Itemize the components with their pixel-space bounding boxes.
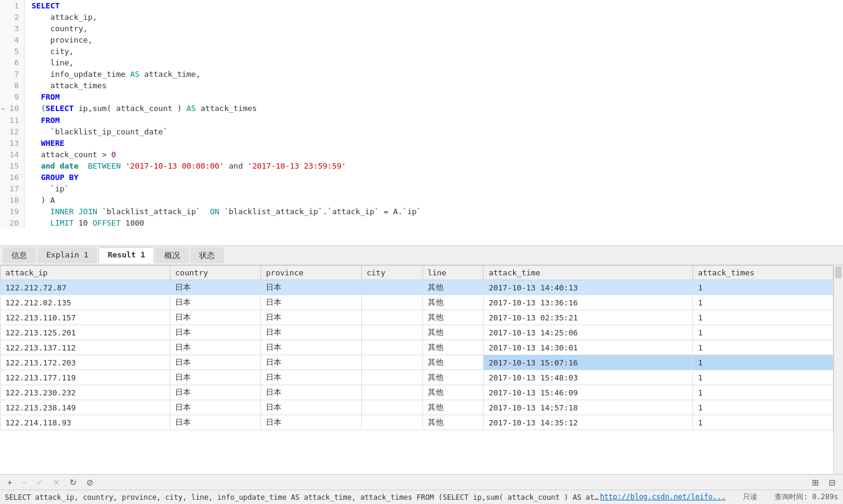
table-row[interactable]: 122.213.110.157日本日本其他2017-10-13 02:35:21… <box>1 310 833 325</box>
collapse-button[interactable]: − <box>1 106 5 112</box>
cell-city <box>361 340 422 355</box>
code-line: 15 and date BETWEEN '2017-10-13 00:00:00… <box>0 160 843 172</box>
cell-attack_time: 2017-10-13 02:35:21 <box>484 310 693 325</box>
code-content: province, <box>24 34 843 46</box>
form-view-button[interactable]: ⊟ <box>826 477 838 488</box>
cell-attack_ip: 122.213.177.119 <box>1 370 170 385</box>
stop-button[interactable]: ⊘ <box>84 477 96 488</box>
sql-editor[interactable]: 1SELECT2 attack_ip,3 country,4 province,… <box>0 0 843 246</box>
cell-country: 日本 <box>170 370 261 385</box>
code-content: city, <box>24 46 843 57</box>
cell-attack_time: 2017-10-13 14:40:13 <box>484 280 693 295</box>
status-readonly: 只读 <box>743 493 757 501</box>
code-line: 9 FROM <box>0 91 843 103</box>
code-line: 11 FROM <box>0 115 843 126</box>
table-row[interactable]: 122.212.82.135日本日本其他2017-10-13 13:36:161 <box>1 295 833 310</box>
status-sql-preview: SELECT attack_ip, country, province, cit… <box>5 493 600 502</box>
cell-line: 其他 <box>422 385 484 400</box>
column-header-country[interactable]: country <box>170 266 261 280</box>
line-number: 8 <box>0 80 24 91</box>
cell-attack_times: 1 <box>693 415 833 430</box>
add-row-button[interactable]: + <box>5 477 14 488</box>
table-row[interactable]: 122.213.230.232日本日本其他2017-10-13 15:46:09… <box>1 385 833 400</box>
status-link[interactable]: http://blog.csdn.net/leifo... <box>600 493 726 501</box>
cell-city <box>361 325 422 340</box>
cell-attack_ip: 122.212.72.87 <box>1 280 170 295</box>
cell-attack_ip: 122.213.125.201 <box>1 325 170 340</box>
table-row[interactable]: 122.212.72.87日本日本其他2017-10-13 14:40:131 <box>1 280 833 295</box>
cell-province: 日本 <box>261 385 362 400</box>
cell-country: 日本 <box>170 295 261 310</box>
code-line: − 10 (SELECT ip,sum( attack_count ) AS a… <box>0 103 843 115</box>
cell-attack_time: 2017-10-13 14:35:12 <box>484 415 693 430</box>
cell-province: 日本 <box>261 295 362 310</box>
code-line: 12 `blacklist_ip_count_date` <box>0 126 843 137</box>
tab-状态[interactable]: 状态 <box>190 247 224 263</box>
refresh-button[interactable]: ↻ <box>67 477 79 488</box>
grid-view-button[interactable]: ⊞ <box>809 477 821 488</box>
table-row[interactable]: 122.213.238.149日本日本其他2017-10-13 14:57:18… <box>1 400 833 415</box>
code-content: attack_ip, <box>24 11 843 23</box>
table-row[interactable]: 122.213.125.201日本日本其他2017-10-13 14:25:06… <box>1 325 833 340</box>
cell-attack_time: 2017-10-13 14:25:06 <box>484 325 693 340</box>
cell-province: 日本 <box>261 415 362 430</box>
code-content: info_update_time AS attack_time, <box>24 68 843 80</box>
cell-attack_ip: 122.213.172.203 <box>1 355 170 370</box>
table-row[interactable]: 122.213.172.203日本日本其他2017-10-13 15:07:16… <box>1 355 833 370</box>
line-number: 19 <box>0 206 24 217</box>
status-query-time: 查询时间: 0.289s <box>775 493 838 501</box>
cell-attack_time: 2017-10-13 15:46:09 <box>484 385 693 400</box>
column-header-attack_time[interactable]: attack_time <box>484 266 693 280</box>
cell-line: 其他 <box>422 310 484 325</box>
remove-row-button: − <box>19 477 29 488</box>
scrollbar-right[interactable] <box>833 265 843 474</box>
code-line: 16 GROUP BY <box>0 172 843 183</box>
cell-line: 其他 <box>422 370 484 385</box>
results-scroll[interactable]: attack_ipcountryprovincecitylineattack_t… <box>0 265 833 474</box>
cell-attack_times: 1 <box>693 400 833 415</box>
cell-city <box>361 355 422 370</box>
line-number: 9 <box>0 91 24 103</box>
cell-attack_ip: 122.213.230.232 <box>1 385 170 400</box>
tabs-bar: 信息Explain 1Result 1概况状态 <box>0 246 843 265</box>
column-header-province[interactable]: province <box>261 266 362 280</box>
line-number: 12 <box>0 126 24 137</box>
cell-province: 日本 <box>261 400 362 415</box>
column-header-attack_ip[interactable]: attack_ip <box>1 266 170 280</box>
cell-city <box>361 310 422 325</box>
code-content: attack_times <box>24 80 843 91</box>
cell-attack_ip: 122.214.118.93 <box>1 415 170 430</box>
cell-attack_ip: 122.213.137.112 <box>1 340 170 355</box>
cell-country: 日本 <box>170 385 261 400</box>
line-number: 5 <box>0 46 24 57</box>
code-line: 4 province, <box>0 34 843 46</box>
tab-result-1[interactable]: Result 1 <box>98 247 154 263</box>
code-line: 6 line, <box>0 57 843 68</box>
table-row[interactable]: 122.213.137.112日本日本其他2017-10-13 14:30:01… <box>1 340 833 355</box>
cell-attack_time: 2017-10-13 14:57:18 <box>484 400 693 415</box>
cell-attack_times: 1 <box>693 325 833 340</box>
tab-explain-1[interactable]: Explain 1 <box>37 247 97 263</box>
cell-attack_time: 2017-10-13 15:48:03 <box>484 370 693 385</box>
confirm-button: ✓ <box>34 477 46 488</box>
code-content: attack_count > 0 <box>24 149 843 160</box>
cell-attack_ip: 122.212.82.135 <box>1 295 170 310</box>
code-line: 13 WHERE <box>0 137 843 149</box>
line-number: 3 <box>0 23 24 34</box>
status-right: http://blog.csdn.net/leifo... 只读 查询时间: 0… <box>600 492 838 502</box>
cell-country: 日本 <box>170 415 261 430</box>
cell-city <box>361 295 422 310</box>
cell-city <box>361 415 422 430</box>
column-header-line[interactable]: line <box>422 266 484 280</box>
cell-attack_times: 1 <box>693 340 833 355</box>
table-row[interactable]: 122.214.118.93日本日本其他2017-10-13 14:35:121 <box>1 415 833 430</box>
code-line: 8 attack_times <box>0 80 843 91</box>
code-line: 18 ) A <box>0 194 843 206</box>
column-header-city[interactable]: city <box>361 266 422 280</box>
column-header-attack_times[interactable]: attack_times <box>693 266 833 280</box>
line-number: 7 <box>0 68 24 80</box>
tab-信息[interactable]: 信息 <box>2 247 36 263</box>
tab-概况[interactable]: 概况 <box>155 247 189 263</box>
cell-attack_times: 1 <box>693 355 833 370</box>
table-row[interactable]: 122.213.177.119日本日本其他2017-10-13 15:48:03… <box>1 370 833 385</box>
